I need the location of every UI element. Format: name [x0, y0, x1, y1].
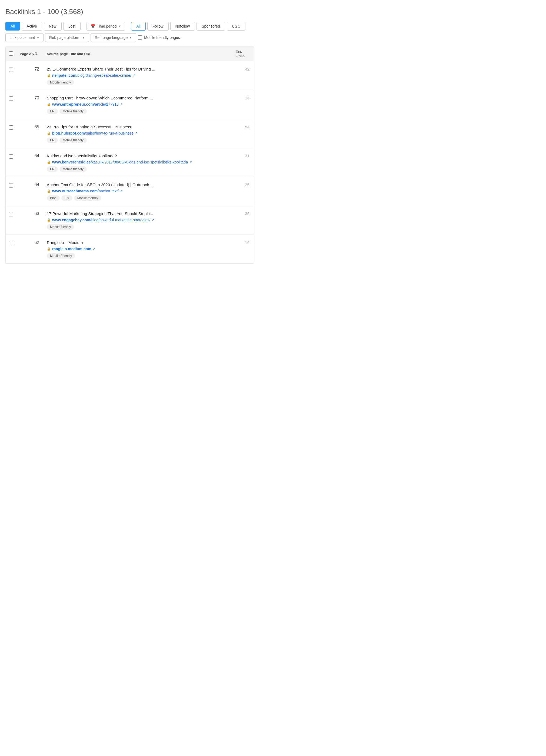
ref-page-language-dropdown[interactable]: Ref. page language ▼	[90, 33, 136, 42]
tags-1: ENMobile friendly	[47, 109, 229, 114]
status-all-button[interactable]: All	[5, 22, 20, 31]
row-checkbox-0[interactable]	[9, 68, 13, 72]
link-placement-label: Link placement	[9, 35, 35, 40]
cell-as-3: 64	[16, 153, 43, 158]
external-link-icon[interactable]: ↗	[93, 247, 95, 251]
time-period-dropdown[interactable]: 📅 Time period ▼	[86, 22, 125, 31]
th-source: Source page Title and URL	[43, 52, 232, 56]
status-active-button[interactable]: Active	[22, 22, 42, 31]
row-checkbox-6[interactable]	[9, 241, 13, 245]
tag: Blog	[47, 195, 60, 201]
source-url-1: 🔒 www.entrepreneur.com/article/277913 ↗	[47, 102, 229, 106]
url-link-4[interactable]: www.outreachmama.com/anchor-text/	[52, 189, 119, 193]
tags-0: Mobile friendly	[47, 80, 229, 85]
tag: EN	[47, 138, 58, 143]
row-checkbox-3[interactable]	[9, 154, 13, 159]
backlinks-label: Backlinks	[5, 8, 35, 16]
lock-icon: 🔒	[47, 73, 51, 77]
source-title-2: 23 Pro Tips for Running a Successful Bus…	[47, 124, 229, 130]
external-link-icon[interactable]: ↗	[133, 73, 135, 77]
linktype-all-button[interactable]: All	[131, 22, 146, 31]
cell-source-6: Rangle.io – Medium 🔒 rangleio.medium.com…	[43, 240, 232, 259]
external-link-icon[interactable]: ↗	[120, 102, 123, 106]
source-title-6: Rangle.io – Medium	[47, 240, 229, 245]
url-link-1[interactable]: www.entrepreneur.com/article/277913	[52, 102, 119, 106]
tag: EN	[47, 109, 58, 114]
cell-ext-0: 42	[232, 66, 254, 71]
cell-ext-1: 16	[232, 95, 254, 100]
cell-ext-4: 25	[232, 182, 254, 187]
cell-as-1: 70	[16, 95, 43, 101]
calendar-icon: 📅	[90, 24, 95, 28]
source-url-2: 🔒 blog.hubspot.com/sales/how-to-run-a-bu…	[47, 131, 229, 135]
cell-ext-3: 31	[232, 153, 254, 158]
ref-page-platform-dropdown[interactable]: Ref. page platform ▼	[45, 33, 89, 42]
row-checkbox-5[interactable]	[9, 212, 13, 216]
cell-as-4: 64	[16, 182, 43, 187]
tag: Mobile friendly	[74, 195, 101, 201]
source-url-5: 🔒 www.engagebay.com/blog/powerful-market…	[47, 218, 229, 222]
linktype-follow-button[interactable]: Follow	[147, 22, 168, 31]
linktype-sponsored-button[interactable]: Sponsored	[196, 22, 225, 31]
select-all-checkbox[interactable]	[9, 51, 13, 56]
chevron-down-icon: ▼	[36, 36, 39, 39]
cell-checkbox	[6, 240, 16, 246]
cell-source-3: Kuidas end ise spetsialistiks koolitada?…	[43, 153, 232, 172]
cell-checkbox	[6, 95, 16, 101]
tag: Mobile friendly	[59, 109, 87, 114]
status-lost-button[interactable]: Lost	[63, 22, 80, 31]
sort-icon: ⇅	[35, 52, 38, 56]
row-checkbox-1[interactable]	[9, 96, 13, 101]
lock-icon: 🔒	[47, 218, 51, 222]
source-title-0: 25 E-Commerce Experts Share Their Best T…	[47, 66, 229, 72]
cell-as-5: 63	[16, 211, 43, 216]
cell-ext-2: 54	[232, 124, 254, 129]
lock-icon: 🔒	[47, 160, 51, 164]
tag: Mobile Friendly	[47, 253, 75, 259]
cell-ext-6: 16	[232, 240, 254, 245]
source-title-3: Kuidas end ise spetsialistiks koolitada?	[47, 153, 229, 159]
tags-5: Mobile friendly	[47, 224, 229, 230]
linktype-ugc-button[interactable]: UGC	[227, 22, 245, 31]
url-link-5[interactable]: www.engagebay.com/blog/powerful-marketin…	[52, 218, 150, 222]
external-link-icon[interactable]: ↗	[135, 131, 137, 135]
source-title-5: 17 Powerful Marketing Strategies That Yo…	[47, 211, 229, 216]
tags-2: ENMobile friendly	[47, 138, 229, 143]
status-new-button[interactable]: New	[44, 22, 62, 31]
tags-3: ENMobile friendly	[47, 166, 229, 172]
tag: Mobile friendly	[47, 80, 74, 85]
mobile-friendly-label: Mobile friendly pages	[144, 35, 180, 40]
cell-checkbox	[6, 182, 16, 188]
external-link-icon[interactable]: ↗	[189, 160, 192, 164]
source-title-4: Anchor Text Guide for SEO in 2020 (Updat…	[47, 182, 229, 188]
status-filter-row: All Active New Lost 📅 Time period ▼ All …	[5, 22, 254, 31]
table-body: 72 25 E-Commerce Experts Share Their Bes…	[6, 61, 254, 263]
table-header: Page AS ⇅ Source page Title and URL Ext.…	[6, 46, 254, 61]
source-url-3: 🔒 www.konverentsid.ee/kasulik/2017/08/03…	[47, 160, 229, 164]
url-link-6[interactable]: rangleio.medium.com	[52, 247, 91, 251]
mobile-friendly-checkbox-label[interactable]: Mobile friendly pages	[138, 35, 180, 40]
link-placement-dropdown[interactable]: Link placement ▼	[5, 33, 43, 42]
cell-as-6: 62	[16, 240, 43, 245]
table-row: 63 17 Powerful Marketing Strategies That…	[6, 206, 254, 235]
th-page-as[interactable]: Page AS ⇅	[16, 52, 43, 56]
cell-source-0: 25 E-Commerce Experts Share Their Best T…	[43, 66, 232, 85]
chevron-down-icon: ▼	[82, 36, 85, 39]
url-link-3[interactable]: www.konverentsid.ee/kasulik/2017/08/03/k…	[52, 160, 188, 164]
linktype-nofollow-button[interactable]: Nofollow	[170, 22, 195, 31]
mobile-friendly-checkbox[interactable]	[138, 35, 142, 40]
tag: Mobile friendly	[47, 224, 74, 230]
page-wrapper: Backlinks 1 - 100 (3,568) All Active New…	[0, 0, 259, 275]
table-row: 64 Anchor Text Guide for SEO in 2020 (Up…	[6, 177, 254, 206]
url-link-2[interactable]: blog.hubspot.com/sales/how-to-run-a-busi…	[52, 131, 133, 135]
cell-checkbox	[6, 66, 16, 72]
cell-as-0: 72	[16, 66, 43, 72]
tag: Mobile friendly	[59, 138, 87, 143]
url-link-0[interactable]: neilpatel.com/blog/driving-repeat-sales-…	[52, 73, 131, 78]
external-link-icon[interactable]: ↗	[120, 189, 123, 193]
tags-4: BlogENMobile friendly	[47, 195, 229, 201]
external-link-icon[interactable]: ↗	[152, 218, 154, 222]
page-title: Backlinks 1 - 100 (3,568)	[5, 8, 254, 16]
row-checkbox-2[interactable]	[9, 125, 13, 130]
row-checkbox-4[interactable]	[9, 183, 13, 188]
